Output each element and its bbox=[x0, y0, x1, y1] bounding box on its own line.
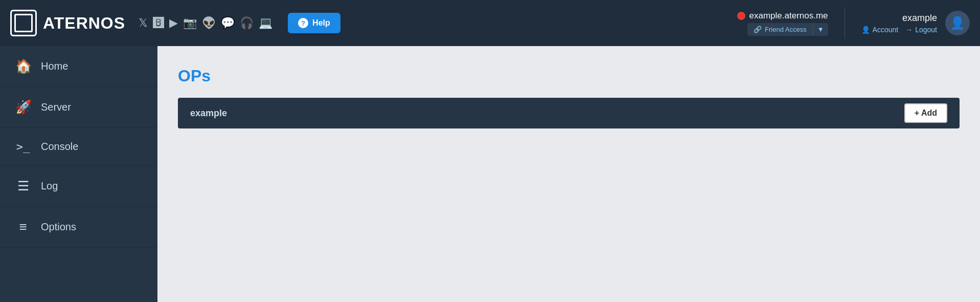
sidebar-item-log[interactable]: ☰ Log bbox=[0, 166, 157, 207]
console-icon: >_ bbox=[15, 140, 31, 153]
page-title: OPs bbox=[178, 67, 960, 85]
logout-icon: → bbox=[905, 26, 913, 34]
help-button[interactable]: ? Help bbox=[288, 13, 340, 33]
logout-link[interactable]: → Logout bbox=[905, 26, 937, 34]
page-layout: 🏠 Home 🚀 Server >_ Console ☰ Log ≡ Optio… bbox=[0, 46, 980, 302]
sidebar: 🏠 Home 🚀 Server >_ Console ☰ Log ≡ Optio… bbox=[0, 46, 157, 302]
server-url: example.aternos.me bbox=[749, 11, 828, 21]
add-op-button[interactable]: + Add bbox=[904, 103, 947, 123]
youtube-icon[interactable]: ▶ bbox=[169, 16, 178, 30]
friend-access-button[interactable]: 🔗 Friend Access bbox=[747, 23, 813, 36]
facebook-icon[interactable]: 🅱 bbox=[153, 16, 164, 30]
home-icon: 🏠 bbox=[15, 58, 31, 74]
server-status-area: example.aternos.me 🔗 Friend Access ▼ bbox=[737, 11, 828, 36]
rocket-icon: 🚀 bbox=[15, 99, 31, 115]
help-icon: ? bbox=[298, 18, 308, 28]
teamspeak-icon[interactable]: 🎧 bbox=[240, 16, 254, 30]
social-icons-bar: 𝕏 🅱 ▶ 📷 👽 💬 🎧 💻 bbox=[139, 16, 272, 30]
logo-text: ATERNOS bbox=[43, 14, 125, 33]
user-area: example 👤 Account → Logout 👤 bbox=[861, 11, 970, 35]
sidebar-item-options-label: Options bbox=[41, 221, 76, 233]
ops-player-name: example bbox=[190, 108, 904, 119]
server-name-row: example.aternos.me bbox=[737, 11, 828, 21]
sidebar-item-options[interactable]: ≡ Options bbox=[0, 207, 157, 248]
friend-access-dropdown-button[interactable]: ▼ bbox=[813, 23, 828, 36]
account-link[interactable]: 👤 Account bbox=[861, 26, 899, 34]
server-status-dot bbox=[737, 12, 745, 20]
header-divider bbox=[845, 8, 845, 38]
main-content: OPs example + Add bbox=[157, 46, 980, 302]
twitter-icon[interactable]: 𝕏 bbox=[139, 16, 148, 30]
sidebar-item-console-label: Console bbox=[41, 141, 78, 153]
account-icon: 👤 bbox=[861, 26, 870, 34]
ops-entry-row: example + Add bbox=[178, 98, 960, 128]
sidebar-item-server[interactable]: 🚀 Server bbox=[0, 87, 157, 128]
log-icon: ☰ bbox=[15, 178, 31, 194]
username-display: example bbox=[902, 13, 937, 24]
github-icon[interactable]: 💻 bbox=[259, 16, 272, 30]
sidebar-item-console[interactable]: >_ Console bbox=[0, 128, 157, 166]
reddit-icon[interactable]: 👽 bbox=[202, 16, 216, 30]
user-avatar: 👤 bbox=[945, 11, 970, 35]
header: ATERNOS 𝕏 🅱 ▶ 📷 👽 💬 🎧 💻 ? Help example.a… bbox=[0, 0, 980, 46]
options-icon: ≡ bbox=[15, 219, 31, 235]
logo-icon bbox=[10, 10, 37, 36]
logo-area: ATERNOS bbox=[10, 10, 125, 36]
sidebar-item-server-label: Server bbox=[41, 101, 71, 113]
instagram-icon[interactable]: 📷 bbox=[183, 16, 197, 30]
sidebar-item-log-label: Log bbox=[41, 180, 58, 192]
sidebar-item-home[interactable]: 🏠 Home bbox=[0, 46, 157, 87]
user-links: example 👤 Account → Logout bbox=[861, 13, 937, 34]
friend-access-label: Friend Access bbox=[765, 26, 807, 33]
help-label: Help bbox=[312, 18, 330, 28]
discord-icon[interactable]: 💬 bbox=[221, 16, 235, 30]
friend-access-icon: 🔗 bbox=[754, 26, 762, 33]
avatar-icon: 👤 bbox=[950, 16, 965, 30]
sidebar-item-home-label: Home bbox=[41, 60, 68, 72]
friend-access-row: 🔗 Friend Access ▼ bbox=[747, 23, 828, 36]
